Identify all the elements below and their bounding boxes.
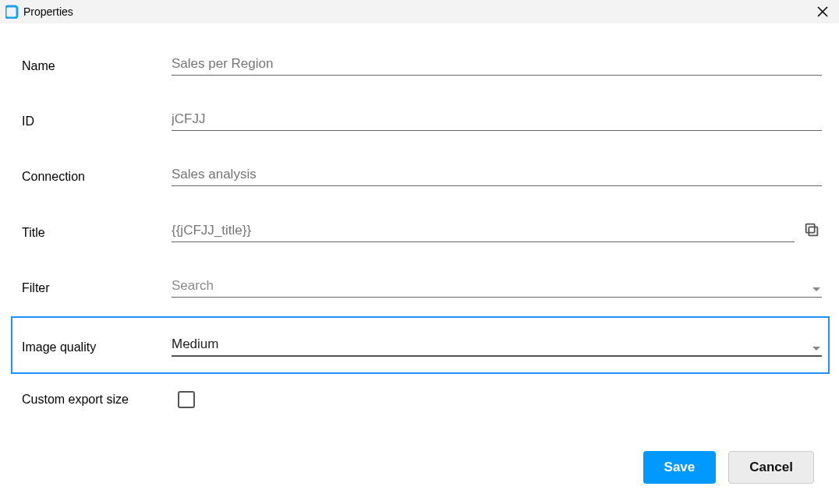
window-title: Properties: [23, 5, 73, 18]
label-title: Title: [22, 226, 172, 242]
svg-rect-2: [809, 227, 817, 235]
label-custom-export-size: Custom export size: [22, 393, 178, 407]
chevron-down-icon: [812, 347, 820, 351]
row-title: Title: [22, 220, 822, 242]
titlebar: Properties: [0, 0, 839, 23]
copy-title-button[interactable]: [801, 219, 822, 241]
save-button[interactable]: Save: [643, 451, 717, 484]
id-input[interactable]: [172, 110, 822, 131]
dialog-footer: Save Cancel: [643, 451, 814, 484]
image-quality-select[interactable]: Medium: [172, 335, 822, 357]
filter-select[interactable]: Search: [172, 277, 822, 298]
chevron-down-icon: [812, 287, 820, 291]
label-id: ID: [22, 115, 172, 131]
label-name: Name: [22, 59, 172, 76]
row-image-quality: Image quality Medium: [11, 316, 830, 374]
label-connection: Connection: [22, 170, 172, 186]
name-input[interactable]: [172, 55, 822, 76]
row-filter: Filter Search: [22, 277, 822, 298]
svg-rect-3: [805, 224, 814, 233]
cancel-button[interactable]: Cancel: [728, 451, 814, 484]
title-input[interactable]: [172, 221, 795, 242]
custom-export-size-checkbox[interactable]: [178, 391, 195, 408]
label-filter: Filter: [22, 281, 172, 298]
image-quality-select-value: Medium: [172, 335, 822, 357]
app-icon: [5, 4, 20, 19]
label-image-quality: Image quality: [22, 340, 172, 357]
properties-form: Name ID Connection Title: [0, 23, 839, 424]
connection-input[interactable]: [172, 165, 822, 186]
close-button[interactable]: [812, 2, 833, 22]
filter-select-value: Search: [172, 277, 822, 298]
row-name: Name: [22, 55, 822, 76]
row-custom-export-size: Custom export size: [22, 391, 822, 408]
row-connection: Connection: [22, 165, 822, 186]
row-id: ID: [22, 110, 822, 131]
